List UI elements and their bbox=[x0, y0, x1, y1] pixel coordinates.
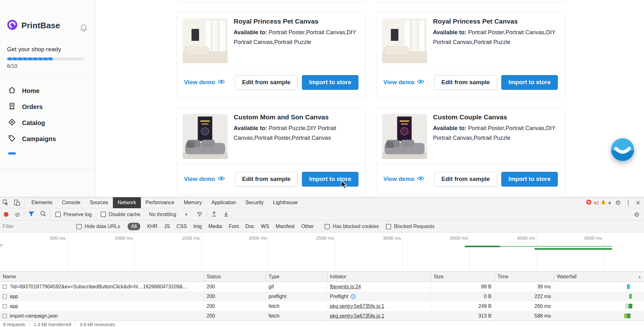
request-row[interactable]: ?id=693701877904592&ev=SubscribedButtonC… bbox=[0, 282, 644, 292]
filter-type-other[interactable]: Other bbox=[301, 224, 314, 229]
edit-from-sample-button[interactable]: Edit from sample bbox=[434, 172, 497, 187]
tab-network[interactable]: Network bbox=[113, 197, 141, 208]
request-status: 200 bbox=[204, 292, 266, 301]
tab-lighthouse[interactable]: Lighthouse bbox=[268, 197, 302, 208]
request-initiator-link[interactable]: pkg.sentry.5e6735fe.js:1 bbox=[330, 313, 384, 319]
user-section[interactable]: Huyen Ngu… pbase-manual-design-temp.stag… bbox=[0, 169, 95, 197]
sidebar-item-home[interactable]: Home bbox=[0, 83, 95, 99]
request-initiator: Preflight bbox=[330, 294, 348, 299]
network-settings-icon[interactable]: ⚙ bbox=[634, 211, 640, 218]
console-errors-badge[interactable]: 42 4 bbox=[586, 199, 611, 206]
blocked-requests-checkbox[interactable]: Blocked Requests bbox=[386, 224, 435, 229]
tab-console[interactable]: Console bbox=[57, 197, 85, 208]
disable-cache-checkbox[interactable]: Disable cache bbox=[101, 212, 141, 217]
filter-funnel-icon[interactable] bbox=[28, 211, 35, 218]
search-icon[interactable] bbox=[40, 211, 46, 218]
import-to-store-button[interactable]: Import to store bbox=[302, 172, 358, 187]
request-initiator-link[interactable]: fbevents.js:24 bbox=[330, 284, 361, 290]
tab-performance[interactable]: Performance bbox=[141, 197, 179, 208]
filter-type-media[interactable]: Media bbox=[208, 224, 222, 229]
edit-from-sample-button[interactable]: Edit from sample bbox=[235, 75, 298, 90]
request-row[interactable]: import-campaign.json 200 fetch pkg.sentr… bbox=[0, 311, 644, 321]
record-network-log-button[interactable] bbox=[4, 212, 8, 217]
filter-type-font[interactable]: Font bbox=[229, 224, 239, 229]
inspect-element-icon[interactable] bbox=[0, 197, 11, 208]
request-row[interactable]: app 200 fetch pkg.sentry.5e6735fe.js:1 2… bbox=[0, 301, 644, 311]
eye-icon bbox=[417, 176, 424, 183]
checkbox-box bbox=[101, 212, 106, 217]
device-toolbar-icon[interactable] bbox=[11, 197, 23, 208]
devtools-settings-icon[interactable]: ⚙ bbox=[615, 199, 621, 206]
column-header-time[interactable]: Time bbox=[495, 272, 554, 281]
request-name: app bbox=[10, 294, 18, 299]
filter-type-manifest[interactable]: Manifest bbox=[276, 224, 295, 229]
filter-type-doc[interactable]: Doc bbox=[245, 224, 254, 229]
edit-from-sample-button[interactable]: Edit from sample bbox=[434, 75, 497, 90]
sidebar-item-campaigns[interactable]: Campaigns bbox=[0, 131, 95, 147]
preflight-info-icon[interactable] bbox=[351, 294, 356, 299]
filter-type-img[interactable]: Img bbox=[193, 224, 202, 229]
request-time: 222 ms bbox=[495, 292, 554, 301]
throttling-dropdown[interactable]: No throttling ▼ bbox=[149, 212, 188, 217]
sidebar-item-catalog[interactable]: Catalog bbox=[0, 115, 95, 131]
view-demo-link[interactable]: View demo bbox=[184, 79, 225, 86]
sidebar: PrintBase Get your shop ready 6/10 Home bbox=[0, 0, 96, 197]
filter-type-ws[interactable]: WS bbox=[261, 224, 269, 229]
import-to-store-button[interactable]: Import to store bbox=[501, 172, 558, 187]
import-to-store-button[interactable]: Import to store bbox=[501, 75, 558, 90]
filter-input[interactable] bbox=[3, 224, 73, 229]
devtools-close-icon[interactable]: × bbox=[636, 199, 640, 207]
column-header-name[interactable]: Name bbox=[0, 272, 204, 281]
column-header-waterfall[interactable]: Waterfall▲ bbox=[554, 272, 644, 281]
chat-widget-button[interactable] bbox=[611, 138, 635, 162]
notifications-bell-icon[interactable] bbox=[80, 24, 87, 33]
filter-type-all[interactable]: All bbox=[128, 223, 140, 230]
column-header-type[interactable]: Type bbox=[266, 272, 327, 281]
summary-resources: 3.8 kB resources bbox=[80, 322, 115, 327]
view-demo-link[interactable]: View demo bbox=[383, 176, 424, 183]
table-header: Name Status Type Initiator Size Time Wat… bbox=[0, 272, 644, 282]
export-har-icon[interactable] bbox=[223, 211, 229, 218]
filter-type-xhr[interactable]: XHR bbox=[147, 224, 158, 229]
import-to-store-button[interactable]: Import to store bbox=[302, 75, 358, 90]
product-card: Custom Couple Canvas Available to: Portr… bbox=[376, 107, 565, 194]
overview-activity-bar bbox=[535, 248, 612, 250]
hide-data-urls-checkbox[interactable]: Hide data URLs bbox=[76, 224, 120, 229]
import-har-icon[interactable] bbox=[211, 211, 217, 218]
card-footer: View demo Edit from sample Import to sto… bbox=[376, 67, 565, 97]
request-doc-icon bbox=[3, 304, 7, 308]
overview-activity-bar bbox=[0, 246, 2, 247]
throttling-value: No throttling bbox=[149, 212, 176, 217]
sidebar-item-partial[interactable] bbox=[0, 147, 95, 160]
has-blocked-cookies-checkbox[interactable]: Has blocked cookies bbox=[325, 224, 379, 229]
overview-activity-bar bbox=[500, 246, 612, 247]
column-header-status[interactable]: Status bbox=[204, 272, 266, 281]
column-header-initiator[interactable]: Initiator bbox=[327, 272, 431, 281]
tab-memory[interactable]: Memory bbox=[179, 197, 207, 208]
request-row[interactable]: app 200 preflight Preflight 0 B 222 ms bbox=[0, 292, 644, 301]
tab-application[interactable]: Application bbox=[207, 197, 241, 208]
view-demo-link[interactable]: View demo bbox=[184, 176, 225, 183]
network-conditions-icon[interactable] bbox=[196, 211, 203, 218]
brand: PrintBase bbox=[7, 19, 60, 31]
filter-type-js[interactable]: JS bbox=[164, 224, 170, 229]
tab-sources[interactable]: Sources bbox=[85, 197, 113, 208]
availability-label: Available to: bbox=[234, 125, 267, 131]
edit-from-sample-button[interactable]: Edit from sample bbox=[235, 172, 298, 187]
preserve-log-checkbox[interactable]: Preserve log bbox=[55, 212, 92, 217]
tab-elements[interactable]: Elements bbox=[27, 197, 57, 208]
request-initiator-link[interactable]: pkg.sentry.5e6735fe.js:1 bbox=[330, 303, 384, 309]
tab-security[interactable]: Security bbox=[241, 197, 268, 208]
request-name: app bbox=[10, 303, 18, 309]
sidebar-divider bbox=[0, 76, 95, 77]
column-header-size[interactable]: Size bbox=[431, 272, 495, 281]
divider bbox=[75, 322, 75, 326]
sidebar-item-orders[interactable]: Orders bbox=[0, 99, 95, 115]
request-type: fetch bbox=[266, 311, 327, 321]
clear-network-log-icon[interactable]: ⊘ bbox=[15, 211, 20, 218]
filter-type-css[interactable]: CSS bbox=[176, 224, 187, 229]
sort-asc-icon: ▲ bbox=[638, 275, 641, 279]
devtools-menu-icon[interactable]: ⋮ bbox=[625, 200, 631, 206]
network-overview-timeline[interactable]: 500 ms 1000 ms 1500 ms 2000 ms 2500 ms 3… bbox=[0, 233, 644, 272]
view-demo-link[interactable]: View demo bbox=[383, 79, 424, 86]
